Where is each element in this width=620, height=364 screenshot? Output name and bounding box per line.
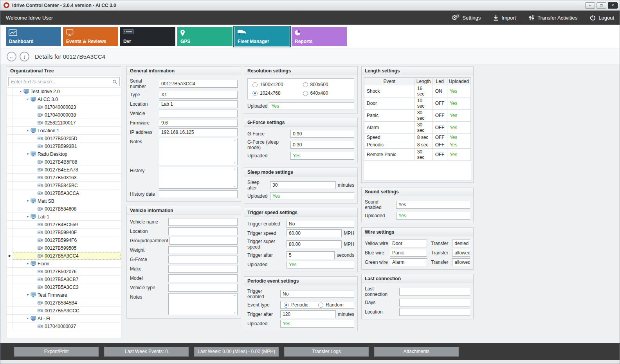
general-input-location[interactable]: Lab 1 [159, 100, 238, 108]
wire-input-green-wire[interactable]: Alarm [390, 258, 427, 266]
length-row-speed[interactable]: Speed8 secOFFYes [364, 134, 471, 141]
periodic-trigger-after-value[interactable]: 120 [280, 310, 336, 318]
download-button[interactable]: ↓ [20, 52, 29, 61]
sound-input-uploaded[interactable]: Yes [396, 212, 470, 220]
expander-icon[interactable]: ▾ [25, 262, 31, 265]
tree-node-matt-sb[interactable]: ▾Matt SB [7, 197, 121, 205]
tree-node-025821100017[interactable]: 025821100017 [7, 119, 121, 127]
lastconn-input-last-connection[interactable] [399, 288, 470, 296]
tab-events-reviews[interactable]: Events & Reviews [63, 27, 118, 46]
tab-dvr[interactable]: Dvr [120, 27, 175, 46]
wire-transfer-input-blue-wire[interactable]: allowed [452, 249, 470, 257]
tree-node-00127b599505[interactable]: 00127B599505 [7, 244, 121, 252]
periodic-trigger-enabled-value[interactable]: No [280, 290, 354, 298]
tree-node-00127b5a3ccc[interactable]: 00127B5A3CCC [7, 307, 121, 315]
length-row-alarm[interactable]: Alarm30 secOFFYes [364, 122, 471, 134]
length-row-shock[interactable]: Shock16 secONYes [364, 85, 471, 97]
gforce-input-g-force-sleep-mode[interactable]: 0.30 [290, 141, 354, 149]
sound-input-sound-enabled[interactable]: Yes [396, 201, 470, 209]
periodic-uploaded-value[interactable]: Yes [280, 320, 354, 328]
length-row-panic[interactable]: Panic30 secOFFYes [364, 110, 471, 122]
vehicle-input-location[interactable] [168, 227, 238, 235]
tree-node-00127b5a3cc4[interactable]: ▶00127B5A3CC4 [7, 252, 121, 260]
resolution-option-1024x768[interactable]: 1024x768 [252, 90, 299, 96]
trigger-input-trigger-super-speed[interactable]: 80.00 [287, 240, 342, 248]
general-input-type[interactable]: X1 [159, 91, 238, 99]
tree-node-00127b50205d[interactable]: 00127B50205D [7, 135, 121, 142]
gforce-input-uploaded[interactable]: Yes [290, 152, 354, 160]
tree-node-00127b5a3cca[interactable]: 00127B5A3CCA [7, 189, 121, 197]
footer-button-last-week-0-00-miles-0-00-mph[interactable]: Last Week: 0.00 (Miles) - 0.00 (MPH) [194, 347, 279, 357]
general-input-vehicle[interactable] [159, 110, 238, 117]
tree-node-00127b4b5f88[interactable]: 00127B4B5F88 [7, 158, 121, 166]
length-row-door[interactable]: Door10 secOFFYes [364, 97, 471, 110]
resolution-uploaded-value[interactable]: Yes [269, 102, 354, 110]
event-type-option-random[interactable]: Random [318, 302, 343, 308]
wire-input-yellow-wire[interactable]: Door [390, 240, 427, 247]
tree-node-00127b503163[interactable]: 00127B503163 [7, 174, 121, 182]
tree-node-test-firmware[interactable]: ▾Test Firmware [7, 291, 121, 299]
import-button[interactable]: Import [493, 15, 516, 21]
tree-search-input[interactable] [8, 77, 120, 86]
tree-node-017040000038[interactable]: 017040000038 [7, 111, 121, 119]
tree-node-ai-cc-3-0[interactable]: ▾AI CC 3.0 [7, 96, 121, 103]
back-button[interactable]: ← [7, 52, 16, 61]
sleep-input-uploaded[interactable]: Yes [270, 192, 354, 200]
maximize-button[interactable]: □ [597, 2, 606, 9]
lastconn-input-days[interactable] [399, 299, 470, 306]
resolution-option-640x480[interactable]: 640x480 [303, 90, 350, 96]
tab-fleet-manager[interactable]: Fleet Manager [234, 27, 290, 46]
tree-node-017040000037[interactable]: 017040000037 [7, 323, 121, 330]
lastconn-input-location[interactable] [399, 308, 470, 316]
resolution-option-1600x1200[interactable]: 1600x1200 [252, 82, 299, 87]
event-type-option-periodic[interactable]: Periodic [284, 302, 308, 308]
tree-node-00127b502076[interactable]: 00127B502076 [7, 268, 121, 276]
tree-node-00127b5a3cc3[interactable]: 00127B5A3CC3 [7, 283, 121, 291]
footer-button-transfer-logs[interactable]: Transfer Logs [284, 347, 369, 357]
wire-input-blue-wire[interactable]: Panic [390, 249, 427, 257]
expander-icon[interactable]: ▾ [25, 317, 31, 320]
tree-node-location-1[interactable]: ▾Location 1 [7, 127, 121, 135]
general-input-history-date[interactable] [159, 190, 238, 198]
vehicle-input-vehicle-type[interactable] [168, 284, 238, 292]
tab-gps[interactable]: GPS [177, 27, 232, 46]
resolution-option-800x600[interactable]: 800x600 [303, 82, 350, 87]
close-button[interactable]: × [608, 2, 618, 9]
length-row-remote-panic[interactable]: Remote Panic30 secOFFYes [364, 149, 471, 161]
expander-icon[interactable]: ▾ [25, 199, 31, 203]
expander-icon[interactable]: ▾ [25, 152, 31, 156]
vehicle-input-group-department[interactable] [169, 237, 238, 245]
expander-icon[interactable]: ▾ [25, 215, 31, 218]
gforce-input-g-force[interactable]: 0.90 [290, 130, 354, 138]
tree-node-00127b5845b4[interactable]: 00127B5845B4 [7, 299, 121, 307]
vehicle-input-make[interactable] [168, 265, 238, 273]
transfer-activities-button[interactable]: Transfer Activities [528, 15, 577, 21]
footer-button-export-print[interactable]: Export/Print [14, 347, 99, 357]
expander-icon[interactable]: ▾ [25, 293, 31, 297]
tree-node-00127b59940f[interactable]: 00127B59940F [7, 229, 121, 236]
vehicle-input-notes[interactable] [168, 293, 238, 315]
vehicle-input-model[interactable] [168, 274, 238, 282]
footer-button-attachments[interactable]: Attachments [374, 347, 459, 357]
wire-transfer-input-yellow-wire[interactable]: denied [452, 240, 470, 247]
tree-node-00127b4bc559[interactable]: 00127B4BC559 [7, 221, 121, 229]
expander-icon[interactable]: ▾ [18, 90, 23, 93]
logout-button[interactable]: Logout [590, 15, 614, 21]
expander-icon[interactable]: ▾ [25, 129, 31, 132]
tree-node-00127b5993b1[interactable]: 00127B5993B1 [7, 142, 121, 150]
general-input-notes[interactable] [159, 138, 238, 165]
sleep-input-sleep-after[interactable]: 30 [270, 181, 336, 189]
trigger-input-trigger-enabled[interactable]: No [287, 220, 354, 228]
tree-node-00127b5845bc[interactable]: 00127B5845BC [7, 182, 121, 189]
tree-node-00127b4eea78[interactable]: 00127B4EEA78 [7, 166, 121, 174]
general-input-serial-number[interactable]: 00127B5A3CC4 [159, 80, 238, 88]
general-input-ip-address[interactable]: 192.168.16.125 [159, 128, 238, 136]
wire-transfer-input-green-wire[interactable]: allowed [452, 258, 470, 266]
minimize-button[interactable]: – [585, 2, 595, 9]
tree-node-00127b584608[interactable]: 00127B584608 [7, 205, 121, 213]
tree-node-ai-fl[interactable]: ▾AI - FL [7, 315, 121, 323]
vehicle-input-weight[interactable] [168, 246, 238, 254]
tree-node-00127b5994f6[interactable]: 00127B5994F6 [7, 236, 121, 244]
tree-node-radu-desktop[interactable]: ▾Radu Desktop [7, 150, 121, 158]
tree-node-lab-1[interactable]: ▾Lab 1 [7, 213, 121, 221]
